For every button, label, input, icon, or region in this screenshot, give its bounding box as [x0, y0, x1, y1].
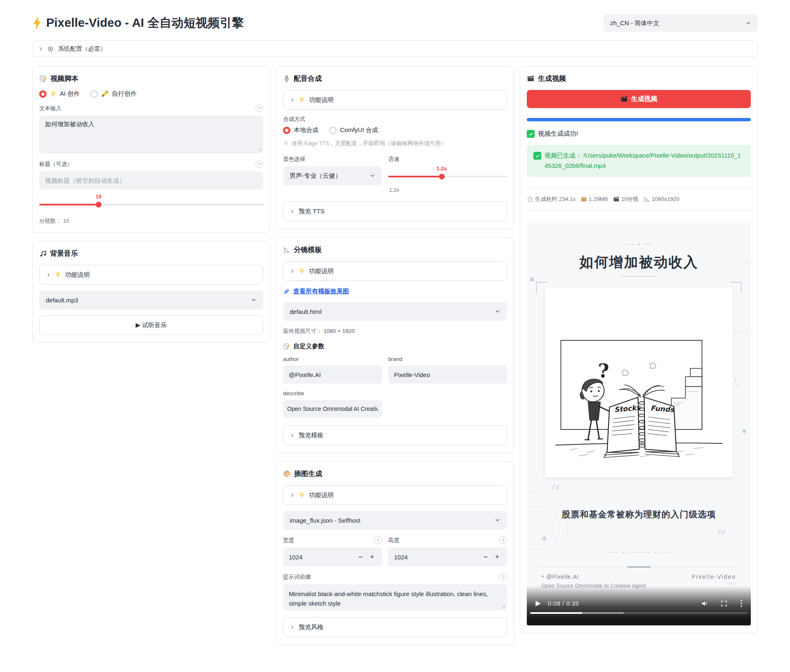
music-panel-title: 背景音乐 [39, 249, 263, 258]
template-panel: 分镜模板 功能说明 查看所有模板效果图 default.html 最终视频尺寸：… [276, 237, 514, 453]
decrement-button[interactable]: − [480, 553, 491, 561]
music-help-accordion[interactable]: 功能说明 [39, 265, 263, 285]
bullet-icon [542, 575, 544, 578]
radio-selected-icon[interactable] [39, 90, 47, 98]
play-music-button[interactable]: ▶ 试听音乐 [39, 315, 263, 335]
chevron-right-icon [290, 209, 295, 214]
template-preview-accordion[interactable]: 预览模板 [283, 425, 507, 445]
chevron-down-icon [745, 20, 751, 26]
language-value: zh_CN - 简体中文 [610, 19, 659, 27]
book-right-label: Funds [650, 404, 674, 414]
template-help-accordion[interactable]: 功能说明 [283, 261, 507, 281]
slider-track[interactable] [388, 176, 507, 177]
language-selector[interactable]: zh_CN - 简体中文 [604, 14, 758, 32]
generate-video-button[interactable]: 生成视频 [527, 90, 751, 108]
clapperboard-icon [527, 75, 535, 83]
prompt-prefix-input[interactable]: Minimalist black-and-white matchstick fi… [283, 584, 507, 611]
gear-icon [47, 45, 54, 52]
bulb-icon [50, 90, 57, 98]
image-panel-title: 插图生成 [283, 469, 507, 479]
top-bar: Pixelle-Video - AI 全自动短视频引擎 zh_CN - 简体中文 [32, 12, 758, 35]
fullscreen-icon[interactable] [720, 600, 728, 607]
speed-slider[interactable]: 1.2x [388, 174, 507, 179]
volume-icon[interactable] [701, 600, 709, 607]
video-footer-right: Pixelle-Video [692, 573, 736, 585]
more-options-icon[interactable] [740, 600, 743, 607]
radio-self-create[interactable]: 自行创作 [90, 90, 137, 98]
increment-button[interactable]: + [491, 553, 503, 561]
text-input-label: 文本输入 [39, 105, 61, 112]
slider-track[interactable] [39, 204, 263, 205]
video-time-display: 0:08 / 0:35 [548, 600, 579, 607]
help-icon[interactable]: ? [255, 104, 263, 112]
writing-hand-icon [101, 90, 108, 98]
style-preview-accordion[interactable]: 预览风格 [283, 617, 507, 637]
bulb-icon [283, 140, 289, 147]
tts-panel: 配音合成 功能说明 合成方式 本地合成 ComfyUI 合成 [276, 66, 514, 229]
resize-grip-icon[interactable] [258, 148, 262, 151]
play-icon[interactable] [535, 600, 541, 607]
radio-comfyui-tts[interactable]: ComfyUI 合成 [329, 126, 378, 134]
main-columns: 视频脚本 AI 创作 自行创作 文本输入 ? [32, 66, 758, 645]
divider [527, 188, 751, 188]
video-size-text: 最终视频尺寸： 1080 × 1920 [283, 328, 507, 335]
video-author: @Pixelle.AI [546, 573, 579, 580]
increment-button[interactable]: + [366, 553, 378, 561]
shot-count-slider[interactable]: 10 [39, 202, 263, 207]
width-stepper[interactable]: 1024 − + [283, 547, 382, 566]
clapperboard-icon [613, 196, 620, 203]
slider-value-badge: 1.2x [436, 165, 447, 172]
brand-input[interactable] [388, 365, 507, 384]
package-icon [580, 196, 587, 203]
radio-local-tts[interactable]: 本地合成 [283, 126, 318, 134]
clapperboard-icon [620, 95, 628, 103]
success-message: 视频生成成功! [527, 130, 751, 138]
template-gallery-link[interactable]: 查看所有模板效果图 [293, 288, 349, 295]
tts-preview-accordion[interactable]: 预览 TTS [283, 201, 507, 221]
slider-handle[interactable] [439, 174, 445, 179]
stopwatch-icon [527, 196, 533, 203]
radio-unselected-icon[interactable] [329, 127, 337, 134]
slider-value-badge: 10 [96, 193, 101, 200]
help-icon[interactable]: ? [374, 536, 382, 544]
tts-method-radios: 本地合成 ComfyUI 合成 [283, 126, 507, 134]
video-brand: Pixelle-Video [692, 573, 736, 580]
slider-handle[interactable] [96, 202, 101, 207]
system-config-label: 系统配置（必需） [58, 45, 106, 53]
voice-select[interactable]: 男声-专业（云健） [283, 166, 382, 185]
music-file-select[interactable]: default.mp3 [39, 290, 263, 309]
radio-unselected-icon[interactable] [90, 90, 98, 98]
chevron-down-icon [495, 309, 500, 314]
image-workflow-select[interactable]: image_flux.json - Selfhost [283, 511, 507, 530]
radio-ai-create[interactable]: AI 创作 [39, 90, 80, 98]
help-icon[interactable]: ? [499, 536, 507, 544]
tts-help-accordion[interactable]: 功能说明 [283, 90, 507, 110]
template-file-select[interactable]: default.html [283, 302, 507, 321]
script-mode-radios: AI 创作 自行创作 [39, 90, 263, 98]
video-title-text: 如何增加被动收入 [527, 253, 751, 272]
height-stepper[interactable]: 1024 − + [388, 547, 507, 566]
generation-stats: 生成耗时 234.1s 1.29MB 10分镜 1080x1920 [527, 196, 751, 203]
decrement-button[interactable]: − [355, 553, 366, 561]
app-page: Pixelle-Video - AI 全自动短视频引擎 zh_CN - 简体中文… [0, 0, 790, 645]
chevron-right-icon [46, 273, 51, 277]
video-player[interactable]: 如何增加被动收入 [527, 223, 751, 625]
help-icon[interactable]: ? [255, 160, 263, 168]
system-config-accordion[interactable]: 系统配置（必需） [32, 40, 758, 57]
script-panel-title: 视频脚本 [39, 74, 263, 83]
script-text-input[interactable]: 如何增加被动收入 [39, 116, 263, 153]
help-icon[interactable]: ? [499, 573, 507, 581]
author-input[interactable] [283, 365, 382, 384]
resize-grip-icon[interactable] [502, 605, 505, 608]
video-title-input[interactable] [39, 171, 263, 189]
right-column: 生成视频 生成视频 视频生成成功! 视频已生成： /Users/puke/Wor… [520, 66, 758, 633]
tts-panel-title: 配音合成 [283, 74, 507, 83]
generate-panel-title: 生成视频 [527, 74, 751, 83]
app-title: Pixelle-Video - AI 全自动短视频引擎 [32, 15, 244, 31]
page-title: Pixelle-Video - AI 全自动短视频引擎 [46, 15, 244, 31]
image-help-accordion[interactable]: 功能说明 [283, 485, 507, 505]
radio-selected-icon[interactable] [283, 127, 290, 134]
video-progress-bar[interactable] [530, 612, 748, 614]
chevron-right-icon [290, 269, 295, 274]
describe-input[interactable] [283, 400, 382, 418]
